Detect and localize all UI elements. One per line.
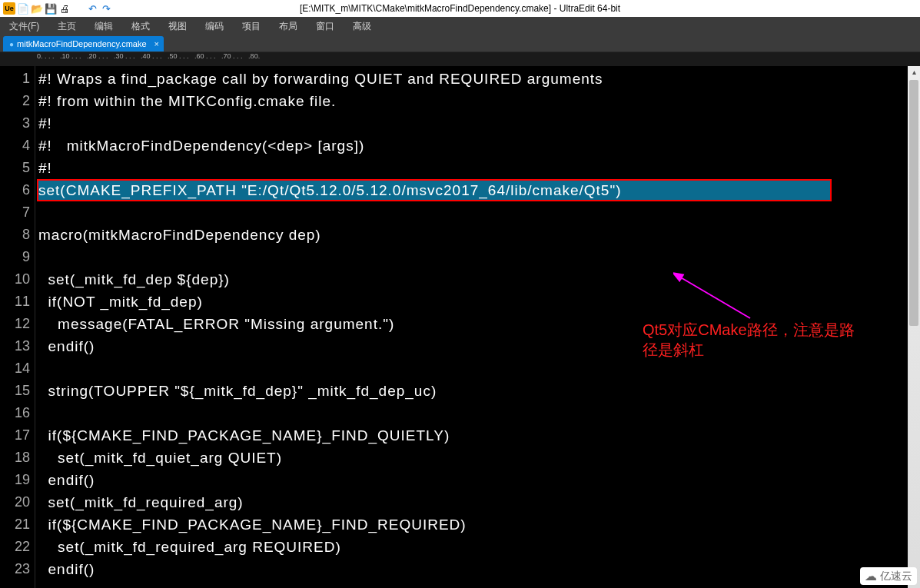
menu-home[interactable]: 主页 — [58, 20, 76, 33]
code-line[interactable]: string(TOUPPER "${_mitk_fd_dep}" _mitk_f… — [38, 383, 437, 399]
watermark-text: 亿速云 — [880, 570, 912, 583]
print-icon[interactable]: 🖨 — [58, 2, 71, 15]
menu-layout[interactable]: 布局 — [279, 20, 297, 33]
line-number: 16 — [0, 402, 30, 424]
editor-area[interactable]: 1234567891011121314151617181920212223 #!… — [0, 66, 920, 588]
line-number: 8 — [0, 224, 30, 246]
app-icon: Ue — [3, 2, 15, 15]
undo-icon[interactable]: ↶ — [86, 2, 98, 15]
line-number: 7 — [0, 201, 30, 224]
window-title: [E:\MITK_m\MITK\CMake\mitkMacroFindDepen… — [300, 3, 620, 14]
code-line[interactable]: endif() — [38, 338, 95, 354]
menu-bar: 文件(F) 主页 编辑 格式 视图 编码 项目 布局 窗口 高级 — [0, 17, 920, 35]
menu-format[interactable]: 格式 — [131, 20, 150, 33]
code-line[interactable]: endif() — [38, 472, 95, 488]
annotation-line1: Qt5对应CMake路径，注意是路 — [643, 320, 855, 340]
code-line[interactable]: #! from within the MITKConfig.cmake file… — [38, 93, 336, 109]
line-number-gutter: 1234567891011121314151617181920212223 — [0, 66, 35, 588]
menu-coding[interactable]: 编码 — [205, 20, 224, 33]
code-line[interactable]: if(${CMAKE_FIND_PACKAGE_NAME}_FIND_QUIET… — [38, 427, 450, 443]
quick-access-toolbar: Ue 📄 📂 💾 🖨 ↶ ↷ — [0, 2, 112, 15]
menu-file[interactable]: 文件(F) — [9, 20, 39, 33]
code-line[interactable]: endif() — [38, 561, 95, 577]
vertical-scrollbar[interactable]: ▴ — [908, 66, 920, 588]
line-number: 23 — [0, 558, 30, 580]
line-number: 17 — [0, 424, 30, 447]
code-line[interactable]: #! — [38, 115, 52, 131]
cloud-icon: ☁ — [865, 569, 877, 583]
menu-advanced[interactable]: 高级 — [353, 20, 371, 33]
line-number: 22 — [0, 536, 30, 558]
line-number: 21 — [0, 513, 30, 536]
line-number: 15 — [0, 380, 30, 402]
code-line[interactable]: set(_mitk_fd_required_arg) — [38, 494, 244, 510]
line-number: 2 — [0, 90, 30, 112]
open-file-icon[interactable]: 📂 — [31, 2, 43, 15]
code-line[interactable]: message(FATAL_ERROR "Missing argument.") — [38, 316, 394, 332]
code-line[interactable]: set(_mitk_fd_required_arg REQUIRED) — [38, 539, 341, 555]
code-line[interactable]: set(_mitk_fd_dep ${dep}) — [38, 271, 230, 287]
line-number: 14 — [0, 357, 30, 380]
watermark-badge: ☁ 亿速云 — [860, 567, 917, 585]
annotation-arrow-icon — [673, 272, 766, 326]
code-line[interactable]: if(${CMAKE_FIND_PACKAGE_NAME}_FIND_REQUI… — [38, 517, 467, 533]
line-number: 1 — [0, 68, 30, 90]
line-number: 5 — [0, 157, 30, 179]
document-tab[interactable]: ● mitkMacroFindDependency.cmake × — [3, 36, 164, 51]
line-number: 6 — [0, 179, 30, 201]
scrollbar-thumb[interactable] — [909, 80, 918, 326]
ruler-marks: 0. . . . .10 . . . .20 . . . .30 . . . .… — [37, 52, 920, 66]
code-line[interactable]: macro(mitkMacroFindDependency dep) — [38, 227, 321, 243]
line-number: 10 — [0, 268, 30, 291]
annotation-text: Qt5对应CMake路径，注意是路 径是斜杠 — [643, 320, 855, 360]
line-number: 18 — [0, 447, 30, 469]
close-tab-icon[interactable]: × — [154, 39, 159, 48]
menu-window[interactable]: 窗口 — [316, 20, 334, 33]
code-line[interactable]: #! mitkMacroFindDependency(<dep> [args]) — [38, 138, 364, 154]
tab-bar: ● mitkMacroFindDependency.cmake × — [0, 35, 920, 52]
line-number: 19 — [0, 469, 30, 491]
line-number: 9 — [0, 246, 30, 268]
code-line[interactable]: #! Wraps a find_package call by forwardi… — [38, 71, 603, 87]
column-ruler: 0. . . . .10 . . . .20 . . . .30 . . . .… — [0, 52, 920, 66]
new-file-icon[interactable]: 📄 — [17, 2, 29, 15]
svg-line-0 — [679, 277, 750, 318]
line-number: 13 — [0, 335, 30, 357]
line-number: 20 — [0, 491, 30, 513]
title-bar: Ue 📄 📂 💾 🖨 ↶ ↷ [E:\MITK_m\MITK\CMake\mit… — [0, 0, 920, 17]
annotation-line2: 径是斜杠 — [643, 340, 855, 360]
redo-icon[interactable]: ↷ — [100, 2, 112, 15]
menu-view[interactable]: 视图 — [168, 20, 187, 33]
menu-project[interactable]: 项目 — [242, 20, 261, 33]
scroll-up-button[interactable]: ▴ — [908, 66, 920, 78]
tab-label: mitkMacroFindDependency.cmake — [17, 39, 147, 48]
menu-edit[interactable]: 编辑 — [95, 20, 113, 33]
save-icon[interactable]: 💾 — [45, 2, 57, 15]
line-number: 3 — [0, 112, 30, 135]
line-number: 11 — [0, 291, 30, 313]
highlighted-code-line[interactable]: set(CMAKE_PREFIX_PATH "E:/Qt/Qt5.12.0/5.… — [37, 179, 832, 201]
modified-indicator-icon: ● — [9, 40, 14, 48]
line-number: 4 — [0, 135, 30, 157]
code-line[interactable]: #! — [38, 160, 52, 176]
code-line[interactable]: if(NOT _mitk_fd_dep) — [38, 294, 203, 310]
code-line[interactable]: set(_mitk_fd_quiet_arg QUIET) — [38, 450, 282, 466]
line-number: 12 — [0, 313, 30, 335]
